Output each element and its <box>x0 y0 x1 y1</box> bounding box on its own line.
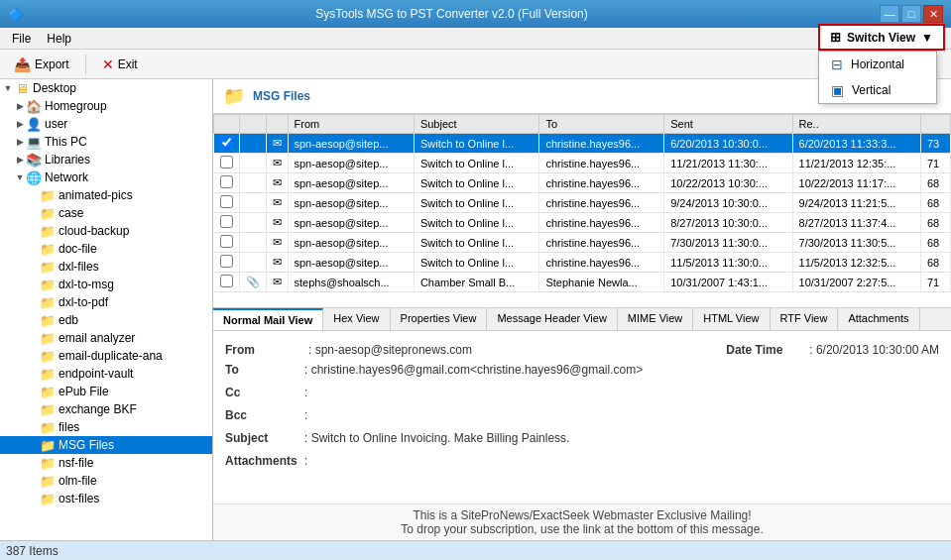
table-row[interactable]: ✉ spn-aesop@sitep... Switch to Online l.… <box>214 233 951 253</box>
expand-icon <box>28 421 40 433</box>
row-checkbox[interactable] <box>214 134 240 154</box>
exit-button[interactable]: ✕ Exit <box>94 54 146 75</box>
row-attach-icon <box>239 154 266 173</box>
vertical-option[interactable]: ▣ Vertical <box>819 77 936 103</box>
window-title: SysTools MSG to PST Converter v2.0 (Full… <box>24 7 880 21</box>
row-re: 11/21/2013 12:35:... <box>792 154 920 173</box>
menu-file[interactable]: File <box>4 30 39 48</box>
tree-item-email-duplicate-ana[interactable]: 📁 email-duplicate-ana <box>0 347 212 365</box>
tree-item-homegroup[interactable]: ▶ 🏠 Homegroup <box>0 97 212 115</box>
tree-item-nsf-file[interactable]: 📁 nsf-file <box>0 454 212 472</box>
close-button[interactable]: ✕ <box>923 5 943 23</box>
tree-item-network[interactable]: ▼ 🌐 Network <box>0 168 212 186</box>
tab-hex-view[interactable]: Hex View <box>323 308 390 330</box>
row-checkbox[interactable] <box>214 233 240 253</box>
sidebar-scroll[interactable]: ▼ 🖥 Desktop ▶ 🏠 Homegroup ▶ 👤 user ▶ 💻 T… <box>0 79 212 540</box>
homegroup-icon: 🏠 <box>26 98 42 114</box>
col-to[interactable]: To <box>539 115 664 134</box>
tree-item-user[interactable]: ▶ 👤 user <box>0 115 212 133</box>
row-attach-icon <box>239 233 266 253</box>
tree-item-endpoint-vault[interactable]: 📁 endpoint-vault <box>0 365 212 383</box>
row-from: spn-aesop@sitep... <box>288 154 414 173</box>
row-attach-icon: 📎 <box>239 273 266 292</box>
row-subject: Switch to Online l... <box>414 134 538 154</box>
tree-item-doc-file[interactable]: 📁 doc-file <box>0 240 212 258</box>
tree-item-email-analyzer[interactable]: 📁 email analyzer <box>0 329 212 347</box>
tab-html-view[interactable]: HTML View <box>693 308 770 330</box>
tree-item-dxl-files[interactable]: 📁 dxl-files <box>0 258 212 276</box>
col-from[interactable]: From <box>288 115 414 134</box>
col-sent[interactable]: Sent <box>664 115 792 134</box>
msg-files-title: MSG Files <box>253 89 310 103</box>
tab-properties-view[interactable]: Properties View <box>391 308 488 330</box>
email-table-area[interactable]: From Subject To Sent Re.. ✉ spn-aesop@si… <box>213 114 951 307</box>
email-table: From Subject To Sent Re.. ✉ spn-aesop@si… <box>213 114 951 292</box>
tree-item-olm-file[interactable]: 📁 olm-file <box>0 472 212 490</box>
tree-item-animated-pics[interactable]: 📁 animated-pics <box>0 186 212 204</box>
tree-item-case[interactable]: 📁 case <box>0 204 212 222</box>
folder-icon: 📁 <box>40 455 56 471</box>
row-checkbox[interactable] <box>214 154 240 173</box>
table-row[interactable]: ✉ spn-aesop@sitep... Switch to Online l.… <box>214 134 951 154</box>
maximize-button[interactable]: □ <box>901 5 921 23</box>
tab-message-header-view[interactable]: Message Header View <box>487 308 617 330</box>
table-row[interactable]: ✉ spn-aesop@sitep... Switch to Online l.… <box>214 253 951 273</box>
table-row[interactable]: ✉ spn-aesop@sitep... Switch to Online l.… <box>214 173 951 193</box>
switch-view-button[interactable]: ⊞ Switch View ▼ <box>818 24 945 51</box>
row-to: christine.hayes96... <box>539 134 664 154</box>
tree-item-ost-files[interactable]: 📁 ost-files <box>0 490 212 507</box>
expand-icon <box>28 207 40 219</box>
row-to: christine.hayes96... <box>539 213 664 233</box>
tree-item-files[interactable]: 📁 files <box>0 418 212 436</box>
tab-mime-view[interactable]: MIME View <box>618 308 693 330</box>
col-subject[interactable]: Subject <box>414 115 538 134</box>
row-count: 68 <box>921 173 951 193</box>
tree-item-exchange-bkf[interactable]: 📁 exchange BKF <box>0 400 212 418</box>
toolbar-separator <box>85 55 86 74</box>
tree-item-libraries[interactable]: ▶ 📚 Libraries <box>0 151 212 168</box>
col-count <box>921 115 951 134</box>
tree-item-epub-file[interactable]: 📁 ePub File <box>0 383 212 400</box>
row-count: 68 <box>921 253 951 273</box>
expand-icon: ▶ <box>14 100 26 112</box>
tab-attachments[interactable]: Attachments <box>838 308 919 330</box>
row-checkbox[interactable] <box>214 273 240 292</box>
table-row[interactable]: 📎 ✉ stephs@shoalsch... Chamber Small B..… <box>214 273 951 292</box>
tree-item-dxl-to-pdf[interactable]: 📁 dxl-to-pdf <box>0 293 212 311</box>
row-subject: Switch to Online l... <box>414 233 538 253</box>
expand-icon: ▶ <box>14 154 26 166</box>
tree-item-desktop[interactable]: ▼ 🖥 Desktop <box>0 79 212 97</box>
tree-item-cloud-backup[interactable]: 📁 cloud-backup <box>0 222 212 240</box>
tab-rtf-view[interactable]: RTF View <box>771 308 839 330</box>
expand-icon <box>28 189 40 201</box>
row-checkbox[interactable] <box>214 253 240 273</box>
tabs-bar: Normal Mail ViewHex ViewProperties ViewM… <box>213 307 951 331</box>
table-row[interactable]: ✉ spn-aesop@sitep... Switch to Online l.… <box>214 154 951 173</box>
tree-item-edb[interactable]: 📁 edb <box>0 311 212 329</box>
tree-item-msg-files[interactable]: 📁 MSG Files <box>0 436 212 454</box>
export-button[interactable]: 📤 Export <box>6 54 77 75</box>
tree-item-dxl-to-msg[interactable]: 📁 dxl-to-msg <box>0 276 212 293</box>
row-subject: Switch to Online l... <box>414 193 538 213</box>
tree-item-thispc[interactable]: ▶ 💻 This PC <box>0 133 212 151</box>
table-row[interactable]: ✉ spn-aesop@sitep... Switch to Online l.… <box>214 213 951 233</box>
tab-normal-mail-view[interactable]: Normal Mail View <box>213 308 323 330</box>
horizontal-option[interactable]: ⊟ Horizontal <box>819 52 936 77</box>
expand-icon <box>28 261 40 273</box>
expand-icon: ▼ <box>2 82 14 94</box>
subject-label: Subject <box>225 431 304 445</box>
menu-help[interactable]: Help <box>39 30 79 48</box>
col-re[interactable]: Re.. <box>792 115 920 134</box>
expand-icon: ▶ <box>14 118 26 130</box>
table-row[interactable]: ✉ spn-aesop@sitep... Switch to Online l.… <box>214 193 951 213</box>
row-checkbox[interactable] <box>214 173 240 193</box>
row-type-icon: ✉ <box>266 233 288 253</box>
folder-icon: 📁 <box>40 259 56 275</box>
expand-icon <box>28 493 40 504</box>
row-attach-icon <box>239 173 266 193</box>
minimize-button[interactable]: — <box>880 5 899 23</box>
row-checkbox[interactable] <box>214 213 240 233</box>
row-sent: 6/20/2013 10:30:0... <box>664 134 792 154</box>
row-attach-icon <box>239 193 266 213</box>
row-checkbox[interactable] <box>214 193 240 213</box>
